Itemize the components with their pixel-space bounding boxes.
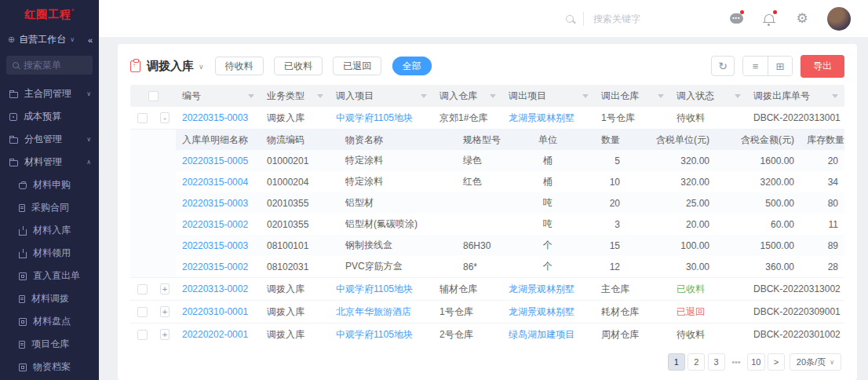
detail-id-link[interactable]: 20220315-0003 bbox=[176, 240, 261, 251]
page-button[interactable]: 1 bbox=[668, 353, 685, 371]
expand-toggle[interactable]: + bbox=[160, 329, 170, 340]
avatar[interactable] bbox=[827, 7, 851, 31]
order-id-link[interactable]: 20220313-0002 bbox=[176, 283, 261, 294]
export-button[interactable]: 导出 bbox=[801, 55, 844, 78]
filter-icon[interactable] bbox=[317, 94, 323, 98]
sidebar-item-label: 材料领用 bbox=[33, 247, 85, 260]
table-row[interactable]: - 20220315-0003 调拨入库 中观学府1105地块 京郊1#仓库 龙… bbox=[130, 107, 844, 130]
col-header: 编号 bbox=[182, 90, 201, 103]
expand-toggle[interactable]: - bbox=[160, 112, 170, 123]
table-row[interactable]: + 20220313-0002 调拨入库 中观学府1105地块 辅材仓库 龙湖景… bbox=[130, 278, 844, 301]
filter-icon[interactable] bbox=[248, 94, 254, 98]
page-button[interactable]: ••• bbox=[728, 353, 745, 371]
status-tab[interactable]: 全部 bbox=[392, 57, 432, 75]
menu-search-input[interactable]: 搜索菜单 bbox=[6, 56, 93, 75]
notifications-button[interactable] bbox=[761, 11, 777, 27]
detail-id-link[interactable]: 20220315-0004 bbox=[176, 177, 261, 188]
status-tab[interactable]: 待收料 bbox=[215, 57, 264, 75]
row-checkbox[interactable] bbox=[137, 284, 148, 294]
transfer-inbound-icon bbox=[130, 60, 140, 72]
in-project-link[interactable]: 中观学府1105地块 bbox=[330, 111, 433, 125]
in-project-link[interactable]: 中观学府1105地块 bbox=[330, 283, 433, 296]
sidebar-item[interactable]: 直入直出单 bbox=[0, 265, 99, 287]
expand-toggle[interactable]: + bbox=[160, 283, 170, 294]
sidebar-item[interactable]: 材料盘点 bbox=[0, 310, 99, 333]
settings-button[interactable]: ⚙ bbox=[794, 11, 810, 27]
sidebar-item[interactable]: 材料调拨 bbox=[0, 287, 99, 310]
subtable-cell: 桶 bbox=[526, 154, 570, 167]
sidebar-item[interactable]: 材料管理 ∧ bbox=[0, 151, 99, 174]
sidebar-item[interactable]: 材料领用 bbox=[0, 242, 99, 265]
orders-table: 编号 业务类型 调入项目 调入仓库 调出项目 调出仓库 调入状态 调拨出库单号 bbox=[130, 85, 844, 345]
workspace-icon: ⊕ bbox=[8, 35, 15, 45]
global-search-input[interactable] bbox=[593, 13, 680, 24]
sidebar-item[interactable]: 采购合同 bbox=[0, 196, 99, 219]
subtable-cell: 02010355 bbox=[261, 219, 339, 230]
grid-view-button[interactable]: ⊞ bbox=[768, 57, 792, 75]
workspace-switcher[interactable]: ⊕ 自营工作台 ∨ « bbox=[0, 27, 99, 53]
row-checkbox[interactable] bbox=[137, 113, 148, 123]
subtable-cell: 100.00 bbox=[626, 240, 716, 251]
row-checkbox[interactable] bbox=[137, 307, 148, 317]
page-size-select[interactable]: 20条/页 ∨ bbox=[790, 353, 841, 371]
pagination: 1 2 3 ••• 10 > 20条/页 ∨ bbox=[130, 345, 844, 380]
global-search[interactable] bbox=[566, 12, 680, 26]
detail-id-link[interactable]: 20220315-0005 bbox=[176, 155, 261, 166]
row-checkbox[interactable] bbox=[137, 330, 148, 340]
table-row[interactable]: + 20220202-0001 调拨入库 中观学府1105地块 2号仓库 绿岛湖… bbox=[130, 323, 844, 345]
subtable-cell: 34 bbox=[801, 177, 844, 188]
subtable-cell: 吨 bbox=[526, 217, 570, 231]
sidebar-item[interactable]: 项目仓库 bbox=[0, 333, 99, 356]
sidebar-item[interactable]: 材料申购 bbox=[0, 174, 99, 196]
in-warehouse: 2号仓库 bbox=[433, 328, 502, 342]
expand-toggle[interactable]: + bbox=[160, 306, 170, 317]
table-row[interactable]: + 20220310-0001 调拨入库 北京年华旅游酒店 1号仓库 龙湖景观林… bbox=[130, 301, 844, 323]
in-warehouse: 京郊1#仓库 bbox=[433, 111, 502, 125]
refresh-button[interactable]: ↻ bbox=[711, 56, 735, 76]
sidebar-item[interactable]: 材料入库 bbox=[0, 219, 99, 242]
select-all-checkbox[interactable] bbox=[148, 91, 159, 101]
page-button[interactable]: > bbox=[768, 353, 785, 371]
notification-dot bbox=[740, 10, 744, 14]
filter-icon[interactable] bbox=[735, 94, 741, 98]
sidebar-item[interactable]: 主合同管理 ∨ bbox=[0, 82, 99, 105]
in-project-link[interactable]: 北京年华旅游酒店 bbox=[330, 305, 433, 319]
filter-icon[interactable] bbox=[582, 94, 589, 98]
page-button[interactable]: 10 bbox=[747, 353, 764, 371]
out-project-link[interactable]: 龙湖景观林别墅 bbox=[502, 283, 595, 296]
sidebar-item[interactable]: 物资档案 bbox=[0, 356, 99, 378]
messages-button[interactable]: ••• bbox=[728, 11, 744, 27]
filter-icon[interactable] bbox=[832, 94, 838, 98]
view-switcher: ≡ ⊞ bbox=[742, 56, 793, 76]
subtable-col-header: 库存数量 bbox=[801, 133, 844, 147]
out-project-link[interactable]: 龙湖景观林别墅 bbox=[502, 305, 595, 319]
page-title: 调拨入库 bbox=[147, 59, 194, 74]
out-project-link[interactable]: 绿岛湖加建项目 bbox=[502, 328, 595, 342]
sidebar-item-icon bbox=[19, 183, 27, 189]
outbound-doc-number: DBCK-20220313001 bbox=[747, 112, 844, 123]
order-id-link[interactable]: 20220202-0001 bbox=[176, 329, 261, 340]
status-tab[interactable]: 已收料 bbox=[274, 57, 323, 75]
subtable-cell: 28 bbox=[801, 261, 844, 272]
out-project-link[interactable]: 龙湖景观林别墅 bbox=[502, 111, 595, 125]
in-project-link[interactable]: 中观学府1105地块 bbox=[330, 328, 433, 342]
status-tab[interactable]: 已退回 bbox=[333, 57, 381, 75]
filter-icon[interactable] bbox=[490, 94, 496, 98]
collapse-sidebar-icon[interactable]: « bbox=[88, 35, 93, 45]
sidebar-item[interactable]: 成本预算 bbox=[0, 105, 99, 128]
list-view-button[interactable]: ≡ bbox=[743, 57, 768, 75]
subtable-cell: 60.00 bbox=[716, 219, 801, 230]
page-button[interactable]: 2 bbox=[687, 353, 705, 371]
order-id-link[interactable]: 20220315-0003 bbox=[176, 112, 261, 123]
detail-id-link[interactable]: 20220315-0003 bbox=[176, 198, 261, 209]
order-id-link[interactable]: 20220310-0001 bbox=[176, 306, 261, 317]
filter-icon[interactable] bbox=[658, 94, 664, 98]
detail-id-link[interactable]: 20220315-0002 bbox=[176, 261, 261, 272]
sidebar-item[interactable]: 分包管理 ∨ bbox=[0, 128, 99, 151]
subtable-cell: 01000201 bbox=[261, 155, 339, 166]
detail-id-link[interactable]: 20220315-0002 bbox=[176, 219, 261, 230]
page-button[interactable]: 3 bbox=[708, 353, 725, 371]
subtable-cell: 个 bbox=[526, 239, 570, 252]
filter-icon[interactable] bbox=[421, 94, 427, 98]
chevron-down-icon[interactable]: ∨ bbox=[199, 63, 204, 71]
